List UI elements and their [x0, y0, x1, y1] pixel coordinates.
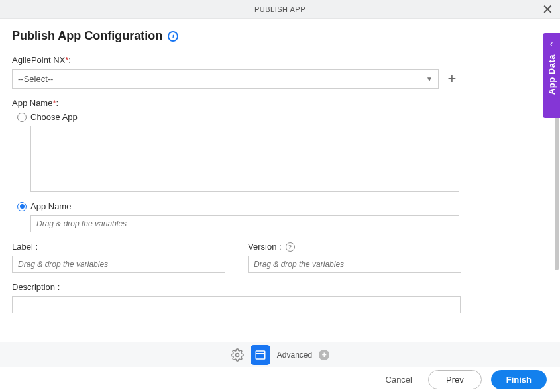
footer-actions: Cancel Prev Finish — [0, 367, 560, 392]
gear-icon[interactable] — [231, 348, 244, 362]
modal-title: PUBLISH APP — [254, 5, 306, 13]
svg-rect-1 — [256, 351, 265, 359]
agilepoint-select-row: --Select-- ▼ + — [12, 69, 459, 89]
field-app-name: App Name*: Choose App App Name — [12, 98, 459, 232]
version-input[interactable] — [248, 256, 461, 273]
label-label-row: Label : — [12, 242, 225, 252]
radio-icon[interactable] — [17, 202, 27, 211]
agilepoint-selected-value: --Select-- — [18, 74, 53, 84]
description-field-label: Description : — [12, 282, 60, 292]
prev-button[interactable]: Prev — [428, 370, 482, 389]
label-field-label: Label : — [12, 242, 38, 252]
agilepoint-label: AgilePoint NX*: — [12, 55, 71, 65]
advanced-expand-button[interactable]: + — [319, 350, 329, 360]
chevron-down-icon: ▼ — [426, 75, 433, 83]
side-panel-label: App Data — [547, 54, 557, 95]
scroll-region: Publish App Configuration i AgilePoint N… — [0, 19, 560, 342]
advanced-label: Advanced — [277, 350, 312, 360]
agilepoint-select[interactable]: --Select-- ▼ — [12, 69, 439, 89]
choose-app-radio-label: Choose App — [30, 112, 78, 122]
page-title: Publish App Configuration — [12, 29, 162, 43]
label-input[interactable] — [12, 256, 225, 273]
radio-app-name[interactable]: App Name — [17, 201, 459, 211]
footer-toolbar: Advanced + — [0, 342, 560, 367]
layout-tool-button[interactable] — [251, 345, 270, 365]
version-field-label: Version : — [248, 242, 282, 252]
app-name-label-text: App Name — [12, 98, 52, 108]
field-label: Label : — [12, 242, 225, 273]
svg-point-0 — [235, 353, 239, 356]
radio-choose-app[interactable]: Choose App — [17, 112, 459, 122]
label-version-row: Label : Version : ? — [12, 242, 459, 273]
side-panel-toggle[interactable]: ‹ App Data — [543, 33, 560, 118]
page-title-row: Publish App Configuration i — [12, 29, 459, 43]
finish-button[interactable]: Finish — [491, 370, 547, 389]
chevron-left-icon: ‹ — [550, 38, 553, 49]
field-description: Description : — [12, 282, 459, 313]
cancel-button[interactable]: Cancel — [379, 371, 419, 389]
modal-header: PUBLISH APP ✕ — [0, 0, 560, 19]
radio-icon[interactable] — [17, 113, 27, 122]
agilepoint-label-text: AgilePoint NX — [12, 55, 65, 65]
app-name-input[interactable] — [30, 215, 459, 232]
app-name-colon: : — [56, 98, 58, 108]
footer: Advanced + Cancel Prev Finish — [0, 342, 560, 392]
choose-app-list[interactable] — [30, 126, 459, 192]
app-name-radio-label: App Name — [30, 201, 71, 211]
close-icon[interactable]: ✕ — [542, 3, 553, 16]
info-icon[interactable]: i — [168, 31, 178, 42]
content: Publish App Configuration i AgilePoint N… — [0, 19, 471, 313]
help-icon[interactable]: ? — [286, 242, 295, 252]
description-input[interactable] — [12, 296, 461, 313]
add-connection-button[interactable]: + — [445, 72, 459, 85]
field-agilepoint: AgilePoint NX*: --Select-- ▼ + — [12, 55, 459, 89]
agilepoint-colon: : — [68, 55, 71, 65]
app-name-label: App Name*: — [12, 98, 58, 108]
field-version: Version : ? — [248, 242, 461, 273]
version-label-row: Version : ? — [248, 242, 461, 252]
